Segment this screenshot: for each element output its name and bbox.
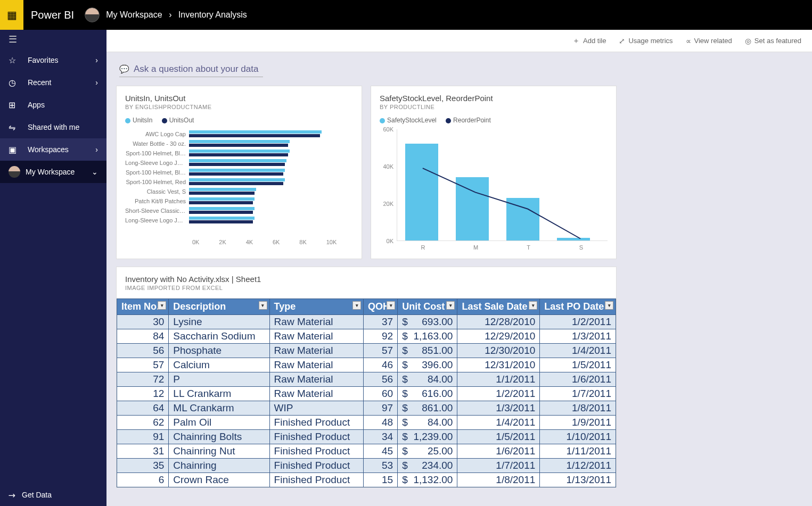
chart-legend: SafetyStockLevel ReorderPoint xyxy=(380,117,608,124)
table-cell: 48 xyxy=(364,416,398,430)
legend-label: ReorderPoint xyxy=(453,117,491,124)
legend-label: SafetyStockLevel xyxy=(387,117,437,124)
table-header[interactable]: Last PO Date▾ xyxy=(540,299,616,315)
table-header[interactable]: Item No.▾ xyxy=(117,299,169,315)
table-cell: 1/11/2011 xyxy=(540,444,616,459)
toolbar-label: Set as featured xyxy=(754,37,801,45)
table-header[interactable]: QOH▾ xyxy=(364,299,398,315)
table-cell: 1/1/2011 xyxy=(457,372,540,387)
bar-unitsout xyxy=(189,144,288,147)
workspaces-icon: ▣ xyxy=(9,145,21,155)
table-cell: 56 xyxy=(364,372,398,387)
table-cell: Finished Product xyxy=(269,430,363,444)
bar-unitsin xyxy=(189,159,286,162)
table-cell: 1/5/2011 xyxy=(540,358,616,372)
nav-label: Recent xyxy=(28,78,51,87)
table-cell: Finished Product xyxy=(269,473,363,487)
table-header[interactable]: Last Sale Date▾ xyxy=(457,299,540,315)
sidebar-item-recent[interactable]: ◷ Recent › xyxy=(0,71,106,94)
sidebar-item-shared[interactable]: ⇋ Shared with me xyxy=(0,116,106,138)
chevron-right-icon: › xyxy=(169,10,171,19)
bar-category-label: Sport-100 Helmet, Red xyxy=(125,179,189,185)
table-cell: Chainring Nut xyxy=(169,444,269,459)
sidebar-item-my-workspace[interactable]: My Workspace ⌄ xyxy=(0,161,106,183)
breadcrumb-workspace[interactable]: My Workspace xyxy=(106,10,162,19)
bar-category-label: Sport-100 Helmet, Bl… xyxy=(125,150,189,156)
bar-category-label: Sport-100 Helmet, Bl… xyxy=(125,169,189,176)
sidebar-item-apps[interactable]: ⊞ Apps xyxy=(0,94,106,116)
sidebar-item-workspaces[interactable]: ▣ Workspaces › xyxy=(0,138,106,161)
filter-dropdown-icon[interactable]: ▾ xyxy=(387,301,395,310)
tile-title: SafetyStockLevel, ReorderPoint xyxy=(380,94,608,103)
table-cell: 12 xyxy=(117,387,169,401)
chart-plot-area xyxy=(397,129,608,241)
table-row: 30LysineRaw Material37$693.0012/28/20101… xyxy=(117,315,616,329)
table-cell: $84.00 xyxy=(398,372,457,387)
view-related-button[interactable]: ∝View related xyxy=(686,37,732,45)
table-cell: $616.00 xyxy=(398,387,457,401)
filter-dropdown-icon[interactable]: ▾ xyxy=(259,301,267,310)
sidebar-item-favorites[interactable]: ☆ Favorites › xyxy=(0,49,106,71)
table-cell: Finished Product xyxy=(269,444,363,459)
user-avatar[interactable] xyxy=(85,7,100,22)
table-cell: 6 xyxy=(117,473,169,487)
table-cell: $1,239.00 xyxy=(398,430,457,444)
nav-label: Apps xyxy=(28,101,45,109)
usage-metrics-button[interactable]: ⤢Usage metrics xyxy=(619,37,672,45)
table-cell: LL Crankarm xyxy=(169,387,269,401)
bar-category-label: Short-Sleeve Classic J… xyxy=(125,208,189,214)
filter-dropdown-icon[interactable]: ▾ xyxy=(158,301,166,310)
table-cell: Raw Material xyxy=(269,344,363,358)
tile-title: UnitsIn, UnitsOut xyxy=(125,94,353,103)
hamburger-icon[interactable]: ☰ xyxy=(0,30,106,49)
table-row: 72PRaw Material56$84.001/1/20111/6/2011 xyxy=(117,372,616,387)
bar-unitsin xyxy=(189,207,255,210)
apps-icon: ⊞ xyxy=(9,100,21,110)
table-cell: 92 xyxy=(364,329,398,344)
filter-dropdown-icon[interactable]: ▾ xyxy=(605,301,613,310)
chevron-right-icon: › xyxy=(95,56,98,64)
legend-swatch xyxy=(446,118,451,123)
add-tile-button[interactable]: ＋Add tile xyxy=(572,36,606,46)
table-row: 91Chainring BoltsFinished Product34$1,23… xyxy=(117,430,616,444)
chart-x-axis: RMTS xyxy=(397,244,608,251)
bar-category-label: Water Bottle - 30 oz. xyxy=(125,140,189,147)
tile-excel-table[interactable]: Inventory with No Activity.xlsx | Sheet1… xyxy=(116,267,617,488)
excel-table: Item No.▾Description▾Type▾QOH▾Unit Cost▾… xyxy=(117,298,616,487)
clock-icon: ◷ xyxy=(9,78,21,88)
table-cell: Raw Material xyxy=(269,372,363,387)
tile-subtitle: BY ENGLISHPRODUCTNAME xyxy=(125,104,353,110)
toolbar-label: View related xyxy=(694,37,732,45)
app-launcher-icon[interactable]: ▦ xyxy=(0,0,23,30)
table-header[interactable]: Type▾ xyxy=(269,299,363,315)
get-data-button[interactable]: ↗ Get Data xyxy=(0,484,106,506)
top-header: ▦ Power BI My Workspace › Inventory Anal… xyxy=(0,0,812,30)
table-row: 84Saccharin SodiumRaw Material92$1,163.0… xyxy=(117,329,616,344)
set-featured-button[interactable]: ◎Set as featured xyxy=(745,37,801,45)
tile-units-chart[interactable]: UnitsIn, UnitsOut BY ENGLISHPRODUCTNAME … xyxy=(116,86,362,259)
table-header[interactable]: Unit Cost▾ xyxy=(398,299,457,315)
table-cell: Raw Material xyxy=(269,387,363,401)
table-cell: 1/9/2011 xyxy=(540,416,616,430)
table-cell: 37 xyxy=(364,315,398,329)
bar-unitsout xyxy=(189,153,288,156)
chevron-right-icon: › xyxy=(95,78,98,87)
table-cell: P xyxy=(169,372,269,387)
tile-stock-chart[interactable]: SafetyStockLevel, ReorderPoint BY PRODUC… xyxy=(371,86,617,259)
table-header[interactable]: Description▾ xyxy=(169,299,269,315)
table-row: 62Palm OilFinished Product48$84.001/4/20… xyxy=(117,416,616,430)
bar-category-label: Classic Vest, S xyxy=(125,188,189,195)
filter-dropdown-icon[interactable]: ▾ xyxy=(529,301,537,310)
table-cell: Finished Product xyxy=(269,416,363,430)
table-row: 64ML CrankarmWIP97$861.001/3/20111/8/201… xyxy=(117,401,616,416)
bar-unitsin xyxy=(189,217,255,220)
filter-dropdown-icon[interactable]: ▾ xyxy=(446,301,455,310)
filter-dropdown-icon[interactable]: ▾ xyxy=(352,301,361,310)
chart-icon: ⤢ xyxy=(619,37,625,45)
tile-subtitle: BY PRODUCTLINE xyxy=(380,104,608,110)
breadcrumb: My Workspace › Inventory Analysis xyxy=(106,10,247,20)
legend-label: UnitsIn xyxy=(133,117,152,124)
breadcrumb-page[interactable]: Inventory Analysis xyxy=(178,10,247,19)
qa-input[interactable]: 💬Ask a question about your data xyxy=(119,62,263,77)
tile-subtitle: IMAGE IMPORTED FROM EXCEL xyxy=(117,285,616,291)
